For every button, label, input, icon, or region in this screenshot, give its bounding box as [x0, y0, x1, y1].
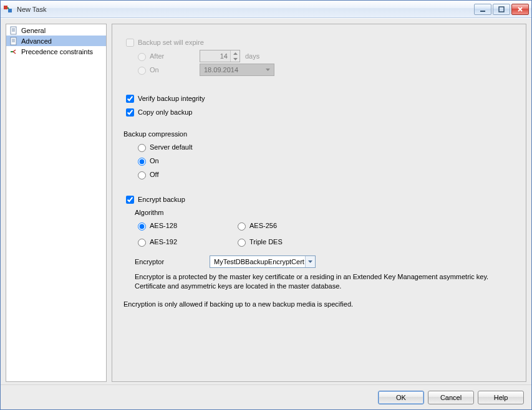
help-button-label: Help: [494, 394, 508, 401]
nav-item-advanced[interactable]: Advanced: [6, 36, 106, 46]
expire-on-label: On: [150, 66, 200, 74]
compression-off-radio[interactable]: [138, 171, 146, 179]
algo-tripledes-label: Triple DES: [249, 238, 283, 246]
expire-after-row: After days: [135, 49, 515, 63]
expire-on-row: On 18.09.2014: [135, 63, 515, 77]
compression-on-radio[interactable]: [138, 158, 146, 166]
encryption-media-note: Encryption is only allowed if backing up…: [123, 300, 515, 309]
svg-rect-0: [4, 6, 7, 9]
content-panel: Backup set will expire After days: [112, 24, 526, 382]
nav-item-precedence[interactable]: Precedence constraints: [6, 46, 106, 57]
expire-after-radio: [138, 53, 146, 61]
copyonly-checkbox[interactable]: [126, 108, 134, 117]
constraints-icon: [9, 47, 19, 57]
nav-tree[interactable]: General Advanced Precedence constraints: [6, 24, 107, 382]
nav-item-label: General: [21, 27, 46, 34]
encryptor-value: MyTestDBBackupEncryptCert: [214, 258, 304, 265]
help-button[interactable]: Help: [478, 391, 524, 404]
encryptor-combobox[interactable]: MyTestDBBackupEncryptCert: [210, 255, 316, 268]
algo-tripledes-radio[interactable]: [238, 239, 246, 247]
expire-after-label: After: [150, 52, 200, 60]
expire-days-unit: days: [245, 52, 259, 60]
svg-rect-4: [11, 27, 16, 34]
chevron-down-icon: [266, 69, 270, 71]
algo-aes128-label: AES-128: [150, 222, 177, 229]
algo-aes192-label: AES-192: [150, 238, 177, 246]
algorithm-title: Algorithm: [135, 209, 515, 216]
expire-days-input: [200, 50, 230, 62]
svg-rect-5: [11, 37, 16, 45]
cancel-button[interactable]: Cancel: [428, 391, 474, 404]
encryptor-note: Encryptor is a protected by the master k…: [135, 272, 515, 291]
page-icon: [9, 36, 19, 46]
dialog-window: New Task General: [0, 0, 532, 410]
algo-aes256-radio[interactable]: [238, 222, 246, 231]
ok-button[interactable]: OK: [378, 391, 424, 404]
expire-checkbox: [126, 39, 134, 47]
minimize-button[interactable]: [474, 4, 491, 15]
expire-on-date: 18.09.2014: [200, 64, 274, 76]
compression-serverdefault-label: Server default: [150, 143, 192, 151]
encrypt-label: Encrypt backup: [138, 196, 185, 203]
spin-up-icon: [231, 50, 239, 56]
nav-item-label: Advanced: [21, 37, 52, 45]
verify-row: Verify backup integrity: [123, 92, 515, 105]
verify-label: Verify backup integrity: [138, 95, 205, 102]
app-icon: [3, 4, 13, 14]
algo-aes128-radio[interactable]: [138, 222, 146, 231]
compression-title: Backup compression: [123, 130, 515, 138]
encryptor-label: Encryptor: [135, 258, 210, 265]
spin-down-icon: [231, 56, 239, 62]
nav-item-label: Precedence constraints: [21, 48, 93, 55]
algo-aes192-radio[interactable]: [138, 239, 146, 247]
svg-rect-1: [8, 9, 12, 12]
algo-aes256-label: AES-256: [249, 222, 277, 229]
chevron-down-icon: [305, 256, 315, 267]
close-button[interactable]: [511, 4, 529, 15]
expire-on-radio: [138, 67, 146, 75]
client-area: General Advanced Precedence constraints: [1, 18, 531, 409]
expire-on-date-value: 18.09.2014: [204, 66, 238, 74]
verify-checkbox[interactable]: [126, 95, 134, 103]
encrypt-checkbox[interactable]: [126, 196, 134, 204]
maximize-button[interactable]: [493, 4, 510, 15]
expire-checkbox-row: Backup set will expire: [123, 36, 515, 49]
titlebar[interactable]: New Task: [1, 1, 531, 18]
cancel-button-label: Cancel: [440, 394, 462, 401]
svg-rect-2: [480, 11, 485, 12]
window-title: New Task: [17, 6, 46, 13]
ok-button-label: OK: [396, 394, 406, 401]
copyonly-row: Copy only backup: [123, 105, 515, 119]
page-icon: [9, 26, 19, 36]
compression-on-label: On: [150, 157, 159, 164]
expire-label: Backup set will expire: [138, 39, 204, 46]
compression-serverdefault-radio[interactable]: [138, 144, 146, 152]
compression-off-label: Off: [150, 171, 158, 178]
dialog-footer: OK Cancel Help: [1, 384, 531, 409]
nav-item-general[interactable]: General: [6, 25, 106, 36]
svg-rect-3: [499, 7, 504, 12]
expire-days-spinner: [200, 50, 240, 62]
copyonly-label: Copy only backup: [138, 108, 192, 116]
